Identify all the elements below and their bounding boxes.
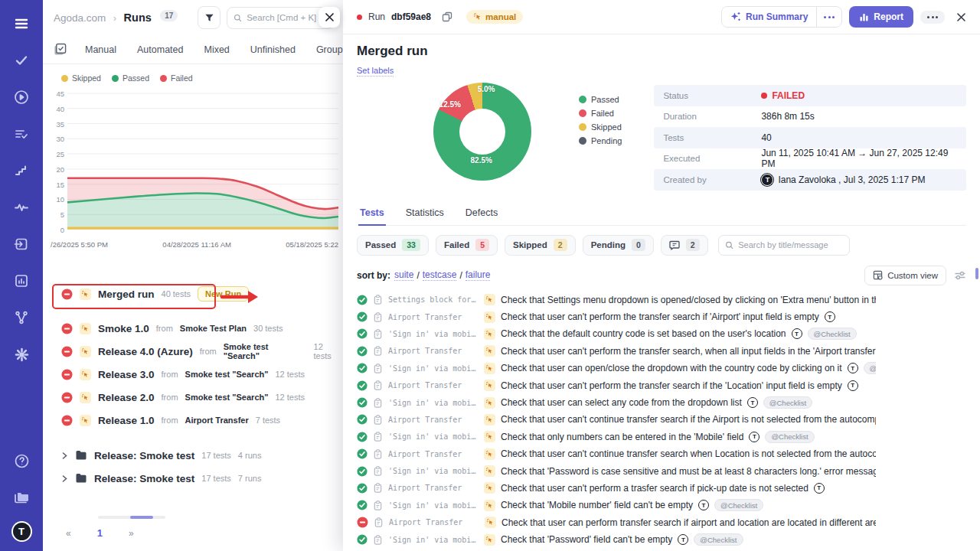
manual-badge: manual [466, 10, 523, 24]
cursor-click-icon [80, 323, 91, 334]
docs-folder-icon[interactable] [8, 484, 35, 510]
bar-chart-icon [859, 12, 869, 22]
drawer-more-button[interactable] [920, 11, 945, 24]
menu-icon[interactable] [8, 11, 35, 37]
sort-link-failure[interactable]: failure [466, 269, 491, 281]
filter-chip-pending[interactable]: Pending0 [583, 235, 654, 256]
test-row[interactable]: Airport Transfer Check that user can't c… [357, 445, 876, 462]
sort-link-suite[interactable]: suite [394, 269, 413, 281]
checklist-badge: @Checklist [763, 396, 812, 409]
test-row[interactable]: Airport Transfer Check that user can't p… [357, 480, 876, 497]
tab-statistics[interactable]: Statistics [404, 203, 446, 225]
drawer-close-button[interactable] [953, 9, 969, 25]
test-row[interactable]: Airport Transfer Check that user can't p… [357, 343, 876, 360]
run-summary-more-button[interactable] [816, 7, 841, 27]
t-avatar-icon: T [848, 380, 858, 391]
plans-list-check-icon[interactable] [8, 121, 35, 147]
run-label: Run [368, 11, 385, 22]
legend-item: Skipped [61, 73, 101, 83]
new-run-badge[interactable]: New Run [198, 286, 249, 302]
run-row[interactable]: Release 4.0 (Azure)from Smoke test "Sear… [43, 340, 343, 363]
cursor-click-icon [473, 12, 482, 21]
copy-run-id-button[interactable] [442, 11, 452, 22]
tests-search-input[interactable] [738, 240, 842, 249]
sort-link-testcase[interactable]: testcase [423, 269, 457, 281]
run-row[interactable]: Release 3.0from Smoke test "Search" 12 t… [43, 363, 343, 386]
branch-share-icon[interactable] [8, 305, 35, 331]
test-row[interactable]: 'Sign in' via mobile Check that the defa… [357, 325, 876, 342]
test-row[interactable]: Airport Transfer Check that user can't p… [357, 377, 876, 393]
settings-gear-icon[interactable] [8, 341, 35, 367]
runs-play-circle-icon[interactable] [8, 84, 35, 110]
test-row[interactable]: Airport Transfer Check that user can't c… [357, 411, 876, 428]
pagination-next[interactable]: » [124, 527, 139, 540]
set-labels-link[interactable]: Set labels [357, 66, 394, 77]
vertical-scrollbar-thumb[interactable] [975, 268, 978, 279]
custom-view-button[interactable]: Custom view [864, 266, 946, 285]
check-circle-icon [357, 397, 368, 408]
test-row[interactable]: 'Sign in' via mobile Check that 'Mobile … [357, 497, 876, 514]
breadcrumb-project[interactable]: Agoda.com [54, 12, 106, 24]
filter-chip-failed[interactable]: Failed5 [436, 235, 498, 256]
filter-button[interactable] [198, 6, 220, 29]
runs-tab-manual[interactable]: Manual [85, 44, 116, 55]
copy-icon [442, 11, 452, 22]
user-avatar[interactable]: T [11, 521, 32, 542]
t-avatar-icon: T [698, 500, 709, 510]
reports-bar-chart-box-icon[interactable] [8, 268, 35, 294]
folder-icon [75, 450, 87, 461]
filter-chip-comments[interactable]: 2 [661, 235, 708, 256]
test-row[interactable]: 'Sign in' via mobile Check that 'Passwor… [357, 462, 876, 479]
help-icon[interactable] [8, 448, 35, 474]
pagination-prev[interactable]: « [61, 527, 76, 540]
runs-filter-tabs: ManualAutomatedMixedUnfinishedGroups [43, 35, 343, 64]
run-row[interactable]: Merged run 40 testsNew Run [43, 282, 343, 305]
run-summary-button[interactable]: Run Summary [722, 7, 816, 27]
test-row[interactable]: 'Sign in' via mobile Check that 'Mobile … [357, 548, 876, 551]
clipboard-icon [373, 449, 383, 459]
filter-chip-skipped[interactable]: Skipped2 [505, 235, 576, 256]
test-row[interactable]: 'Sign in' via mobile Check that user can… [357, 394, 876, 411]
info-row-tests: Tests40 [654, 127, 966, 148]
run-row[interactable]: Release 2.0from Smoke test "Search" 12 t… [43, 386, 343, 409]
drawer-floating-close-button[interactable] [318, 7, 340, 28]
runs-panel-header: Agoda.com › Runs 17 [43, 0, 343, 35]
cursor-click-icon [484, 500, 495, 511]
test-row[interactable]: 'Sign in' via mobile Check that user can… [357, 360, 876, 377]
runs-trend-chart: 051015202530354045 [43, 86, 343, 237]
test-row[interactable]: Settings block for... Check that Setting… [357, 292, 876, 308]
run-row[interactable]: Release 1.0from Airport Transfer 7 tests [43, 409, 343, 432]
legend-item: Failed [160, 73, 193, 83]
run-folder-row[interactable]: Release: Smoke test 17 tests 7 runs [43, 467, 343, 490]
test-cases-check-icon[interactable] [8, 47, 35, 73]
horizontal-scrollbar-thumb[interactable] [130, 516, 153, 519]
activity-pulse-icon[interactable] [8, 194, 35, 220]
pagination-page-1[interactable]: 1 [93, 526, 107, 540]
clipboard-icon [373, 466, 383, 476]
report-button[interactable]: Report [849, 6, 913, 28]
select-all-icon[interactable] [54, 43, 67, 56]
tab-tests[interactable]: Tests [358, 203, 386, 226]
tab-defects[interactable]: Defects [464, 203, 499, 225]
sliders-icon[interactable] [954, 270, 966, 281]
test-row[interactable]: Airport Transfer Check that user can't p… [357, 308, 876, 325]
sort-row: sort by: suite/testcase/failure Custom v… [357, 266, 966, 285]
cursor-click-icon [80, 392, 91, 403]
run-row[interactable]: Smoke 1.0from Smoke Test Plan 30 tests [43, 317, 343, 340]
milestones-steps-icon[interactable] [8, 158, 35, 184]
magnifier-icon [725, 240, 734, 250]
test-row[interactable]: Airport Transfer Check that user can per… [357, 514, 876, 531]
runs-tab-automated[interactable]: Automated [137, 44, 183, 55]
runs-search-input[interactable] [247, 13, 327, 22]
cursor-click-icon [484, 311, 495, 323]
filter-chip-passed[interactable]: Passed33 [357, 235, 429, 256]
test-row[interactable]: 'Sign in' via mobile Check that 'Passwor… [357, 531, 876, 548]
runs-tab-unfinished[interactable]: Unfinished [250, 44, 296, 55]
cursor-click-icon [80, 415, 91, 426]
runs-tab-mixed[interactable]: Mixed [204, 44, 229, 55]
runs-panel: Agoda.com › Runs 17 ManualAutomatedMixed… [43, 0, 343, 551]
chevron-right-icon [61, 475, 68, 482]
test-row[interactable]: 'Sign in' via mobile Check that only num… [357, 429, 876, 445]
sign-in-icon[interactable] [8, 231, 35, 257]
run-folder-row[interactable]: Release: Smoke test 17 tests 4 runs [43, 444, 343, 467]
